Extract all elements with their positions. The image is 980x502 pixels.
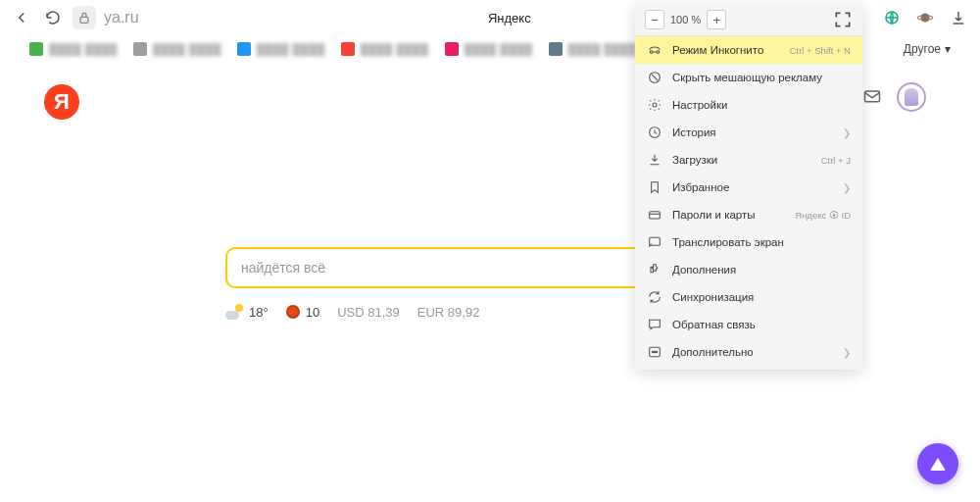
download-icon	[647, 152, 662, 168]
chevron-right-icon: ❯	[843, 127, 851, 138]
chevron-right-icon: ❯	[843, 347, 851, 358]
chevron-right-icon: ❯	[843, 182, 851, 193]
traffic-icon	[286, 305, 300, 319]
bookmark-item[interactable]: ████ ████	[341, 42, 429, 56]
address-url[interactable]: ya.ru	[104, 9, 139, 26]
planet-icon[interactable]	[913, 6, 937, 29]
block-icon	[647, 70, 662, 85]
zoom-out-button[interactable]: −	[645, 10, 664, 29]
menu-item-sync[interactable]: Синхронизация	[635, 283, 862, 311]
menu-item-label: История	[672, 126, 833, 138]
menu-item-incognito[interactable]: Режим ИнкогнитоCtrl + Shift + N	[635, 36, 862, 64]
menu-item-bookmark[interactable]: Избранное❯	[635, 174, 862, 201]
menu-item-more[interactable]: Дополнительно❯	[635, 338, 862, 366]
downloads-icon[interactable]	[947, 6, 970, 29]
svg-point-6	[653, 103, 657, 107]
bookmark-item[interactable]: ████ ████	[445, 42, 533, 56]
menu-item-hint: Яндекс ⦿ ID	[795, 210, 851, 221]
menu-item-label: Режим Инкогнито	[672, 44, 780, 56]
menu-item-hint: Ctrl + J	[821, 155, 851, 166]
menu-item-label: Пароли и карты	[672, 209, 785, 221]
page-title: Яндекс	[451, 11, 568, 25]
cards-icon	[647, 207, 662, 223]
translate-icon[interactable]	[880, 6, 904, 29]
menu-item-label: Скрыть мешающую рекламу	[672, 72, 851, 83]
svg-point-12	[654, 351, 655, 352]
zoom-level: 100 %	[670, 14, 701, 25]
gear-icon	[647, 97, 662, 113]
weather-icon	[225, 304, 243, 320]
alice-icon	[930, 458, 946, 471]
weather-temp: 18°	[249, 305, 269, 320]
bookmarks-other[interactable]: Другое▾	[904, 42, 951, 56]
incognito-icon	[647, 42, 662, 58]
avatar[interactable]	[897, 82, 926, 112]
menu-zoom-row: − 100 % +	[635, 4, 862, 36]
bookmark-icon	[647, 179, 662, 195]
puzzle-icon	[647, 262, 662, 277]
svg-rect-0	[80, 17, 88, 23]
yandex-logo[interactable]: Я	[44, 84, 79, 120]
svg-point-11	[652, 351, 653, 352]
site-lock-icon[interactable]	[73, 6, 96, 29]
alice-assistant-button[interactable]	[917, 443, 958, 484]
eur-rate[interactable]: EUR 89,92	[417, 305, 480, 320]
bookmark-item[interactable]: ████ ████	[133, 42, 221, 56]
menu-item-label: Синхронизация	[672, 291, 851, 303]
chevron-down-icon: ▾	[945, 42, 951, 56]
menu-item-cards[interactable]: Пароли и картыЯндекс ⦿ ID	[635, 201, 862, 228]
bookmark-item[interactable]: ████ ████	[549, 42, 637, 56]
menu-item-puzzle[interactable]: Дополнения	[635, 256, 862, 283]
svg-rect-10	[650, 347, 661, 356]
browser-menu: − 100 % + Режим ИнкогнитоCtrl + Shift + …	[635, 4, 862, 370]
menu-item-gear[interactable]: Настройки	[635, 91, 862, 119]
reload-button[interactable]	[41, 6, 65, 29]
cast-icon	[647, 234, 662, 250]
clock-icon	[647, 125, 662, 140]
svg-rect-8	[650, 212, 661, 219]
menu-item-label: Настройки	[672, 99, 851, 111]
svg-rect-4	[865, 91, 880, 102]
menu-item-label: Дополнения	[672, 264, 851, 276]
fullscreen-button[interactable]	[833, 10, 853, 29]
menu-item-label: Загрузки	[672, 154, 811, 166]
menu-item-label: Обратная связь	[672, 319, 851, 330]
traffic-level: 10	[306, 305, 319, 320]
svg-point-13	[656, 351, 657, 352]
zoom-in-button[interactable]: +	[707, 10, 726, 29]
menu-item-label: Дополнительно	[672, 346, 833, 358]
mail-icon[interactable]	[862, 86, 882, 106]
menu-item-clock[interactable]: История❯	[635, 119, 862, 146]
sync-icon	[647, 289, 662, 305]
weather-widget[interactable]: 18°	[225, 304, 269, 320]
back-button[interactable]	[10, 6, 33, 29]
menu-item-download[interactable]: ЗагрузкиCtrl + J	[635, 146, 862, 174]
menu-item-label: Транслировать экран	[672, 236, 851, 248]
menu-item-cast[interactable]: Транслировать экран	[635, 228, 862, 256]
bookmark-item[interactable]: ████ ████	[237, 42, 325, 56]
menu-item-hint: Ctrl + Shift + N	[790, 45, 851, 56]
bookmark-item[interactable]: ████ ████	[29, 42, 118, 56]
more-icon	[647, 344, 662, 360]
menu-item-chat[interactable]: Обратная связь	[635, 311, 862, 338]
svg-point-2	[921, 14, 930, 23]
menu-item-label: Избранное	[672, 181, 833, 193]
usd-rate[interactable]: USD 81,39	[337, 305, 400, 320]
traffic-widget[interactable]: 10	[286, 305, 319, 320]
chat-icon	[647, 317, 662, 332]
menu-item-block[interactable]: Скрыть мешающую рекламу	[635, 64, 862, 91]
